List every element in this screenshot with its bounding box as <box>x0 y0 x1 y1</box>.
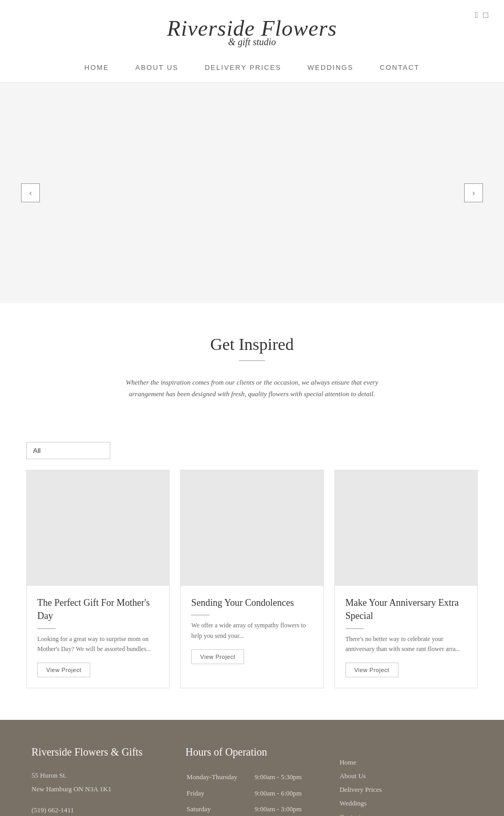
category-filter[interactable]: All Weddings Arrangements Gifts <box>26 442 110 459</box>
chevron-right-icon: › <box>472 189 475 197</box>
hours-day-sat: Saturday <box>186 802 254 816</box>
footer-nav-weddings[interactable]: Weddings <box>340 797 472 810</box>
footer-address-line1: 55 Huron St. <box>32 769 164 782</box>
hours-row-mon-thu: Monday-Thursday 9:00am - 5:30pm <box>186 770 317 785</box>
header-social:  □ <box>475 11 488 20</box>
footer-nav-delivery[interactable]: Delivery Prices <box>340 783 472 797</box>
inspired-heading: Get Inspired <box>42 335 462 354</box>
hours-time-mon-thu: 9:00am - 5:30pm <box>255 770 318 785</box>
card-image-mothers-day <box>27 470 169 586</box>
card-image-anniversary <box>335 470 477 586</box>
cards-grid: The Perfect Gift For Mother's Day Lookin… <box>0 470 504 720</box>
card-condolences: Sending Your Condolences We offer a wide… <box>180 470 323 688</box>
card-image-condolences <box>181 470 323 586</box>
card-title-condolences: Sending Your Condolences <box>191 596 312 610</box>
footer-grid: Riverside Flowers & Gifts 55 Huron St. N… <box>32 746 472 816</box>
slider-prev-button[interactable]: ‹ <box>21 183 40 202</box>
footer-nav-contact[interactable]: Contact <box>340 810 472 816</box>
hours-time-sat: 9:00am - 3:00pm <box>255 802 318 816</box>
card-title-mothers-day: The Perfect Gift For Mother's Day <box>37 596 159 623</box>
footer-phone: (519) 662-1411 <box>32 803 164 816</box>
chevron-left-icon: ‹ <box>29 189 32 197</box>
card-title-anniversary: Make Your Anniversary Extra Special <box>345 596 467 623</box>
filter-bar: All Weddings Arrangements Gifts <box>0 442 504 459</box>
card-divider-2 <box>191 615 209 615</box>
facebook-icon[interactable]:  <box>475 11 478 20</box>
card-body-mothers-day: The Perfect Gift For Mother's Day Lookin… <box>27 586 169 688</box>
view-project-mothers-day[interactable]: View Project <box>37 663 90 677</box>
inspired-description: Whether the inspiration comes from our c… <box>110 377 394 400</box>
hours-time-fri: 9:00am - 6:00pm <box>255 786 318 801</box>
view-project-anniversary[interactable]: View Project <box>345 663 398 677</box>
hours-row-sat: Saturday 9:00am - 3:00pm <box>186 802 317 816</box>
card-divider <box>37 628 56 629</box>
view-project-condolences[interactable]: View Project <box>191 649 244 664</box>
nav-contact[interactable]: CONTACT <box>380 64 419 71</box>
hours-day-fri: Friday <box>186 786 254 801</box>
card-mothers-day: The Perfect Gift For Mother's Day Lookin… <box>26 470 170 688</box>
card-excerpt-anniversary: There's no better way to celebrate your … <box>345 634 467 654</box>
hours-day-mon-thu: Monday-Thursday <box>186 770 254 785</box>
footer-hours-col: Hours of Operation Monday-Thursday 9:00a… <box>185 746 318 816</box>
nav-home[interactable]: HOME <box>85 64 109 71</box>
card-divider-3 <box>345 628 364 629</box>
card-anniversary: Make Your Anniversary Extra Special Ther… <box>334 470 478 688</box>
footer-hours-table: Monday-Thursday 9:00am - 5:30pm Friday 9… <box>185 769 318 816</box>
footer-shop-info: Riverside Flowers & Gifts 55 Huron St. N… <box>32 746 164 816</box>
hero-slider: ‹ › <box>0 82 504 303</box>
inspired-section: Get Inspired Whether the inspiration com… <box>0 303 504 442</box>
main-nav: HOME ABOUT US DELIVERY PRICES WEDDINGS C… <box>0 53 504 82</box>
card-body-anniversary: Make Your Anniversary Extra Special Ther… <box>335 586 477 688</box>
footer-hours-title: Hours of Operation <box>185 746 318 758</box>
footer-shop-name: Riverside Flowers & Gifts <box>32 746 164 758</box>
footer: Riverside Flowers & Gifts 55 Huron St. N… <box>0 720 504 816</box>
card-body-condolences: Sending Your Condolences We offer a wide… <box>181 586 323 675</box>
nav-about[interactable]: ABOUT US <box>135 64 178 71</box>
logo: Riverside Flowers & gift studio <box>167 11 337 53</box>
instagram-icon[interactable]: □ <box>483 11 488 20</box>
heading-divider <box>239 360 265 361</box>
nav-delivery[interactable]: DELIVERY PRICES <box>205 64 281 71</box>
hours-row-fri: Friday 9:00am - 6:00pm <box>186 786 317 801</box>
footer-nav-about[interactable]: About Us <box>340 769 472 783</box>
card-excerpt-mothers-day: Looking for a great way to surprise mom … <box>37 634 159 654</box>
nav-weddings[interactable]: WEDDINGS <box>308 64 354 71</box>
footer-address-line2: New Hamburg ON N3A 1K1 <box>32 782 164 796</box>
header:  □ Riverside Flowers & gift studio HOME… <box>0 0 504 82</box>
card-excerpt-condolences: We offer a wide array of sympathy flower… <box>191 621 312 641</box>
footer-nav-home[interactable]: Home <box>340 756 472 769</box>
slider-next-button[interactable]: › <box>464 183 483 202</box>
footer-nav-col: Home About Us Delivery Prices Weddings C… <box>340 746 472 816</box>
